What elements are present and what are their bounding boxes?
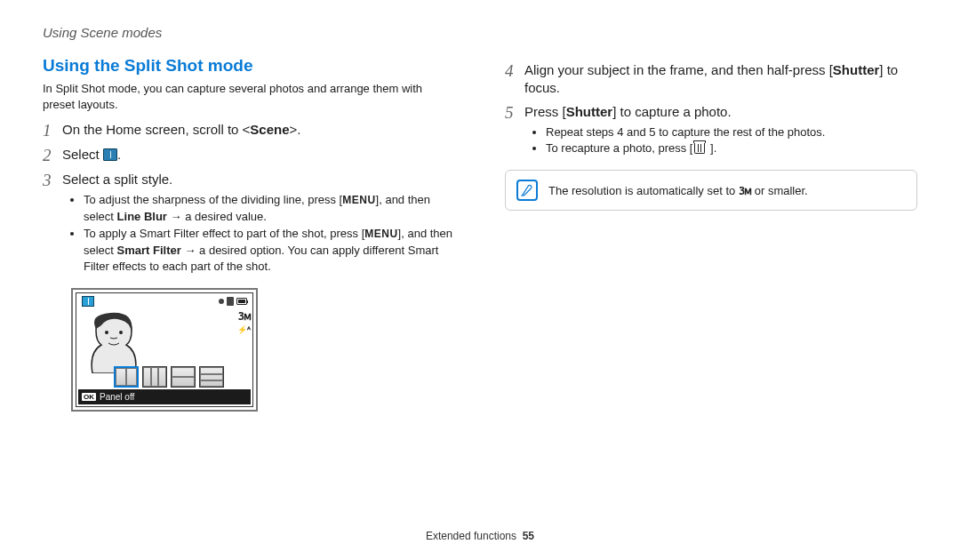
layout-2col[interactable] [114, 366, 139, 388]
text: To recapture a photo, press [ [546, 141, 692, 155]
note-text: The resolution is automatically set to 3… [548, 184, 808, 197]
camera-screen: 3ᴍ ⚡ᴬ OK Panel off [76, 292, 253, 407]
camera-info: 3ᴍ ⚡ᴬ [229, 308, 251, 375]
svg-point-1 [119, 331, 123, 334]
svg-point-0 [105, 331, 108, 334]
text: >. [290, 122, 301, 137]
ok-button-icon: OK [82, 393, 96, 401]
step-3: 3 Select a split style. [43, 171, 455, 190]
content-columns: Using the Split Shot mode In Split Shot … [43, 56, 917, 412]
text: Press [ [524, 104, 566, 119]
camera-statusbar [78, 295, 251, 308]
card-indicator-icon [227, 297, 234, 306]
right-column: 4 Align your subject in the frame, and t… [505, 56, 917, 412]
text: Select [62, 147, 100, 162]
camera-bottombar: OK Panel off [78, 389, 251, 404]
step-5-bullets: Repeat steps 4 and 5 to capture the rest… [535, 124, 917, 158]
step-number: 2 [43, 146, 62, 165]
layout-2row[interactable] [171, 366, 196, 388]
face-icon [84, 309, 146, 373]
step-text: Select a split style. [62, 171, 172, 188]
step-number: 3 [43, 171, 62, 190]
note-icon [516, 180, 538, 201]
battery-icon [236, 298, 247, 305]
arrow-icon: → [181, 244, 199, 257]
bullet: Repeat steps 4 and 5 to capture the rest… [546, 124, 917, 141]
smart-filter-bold: Smart Filter [117, 244, 181, 257]
arrow-icon: → [167, 210, 185, 223]
resolution-icon: 3ᴍ [739, 185, 751, 197]
step-1: 1 On the Home screen, scroll to <Scene>. [43, 121, 455, 140]
step-5: 5 Press [Shutter] to capture a photo. [505, 103, 917, 123]
menu-label: MENU [364, 228, 397, 240]
step-2: 2 Select . [43, 146, 455, 165]
status-indicators [219, 296, 247, 307]
note-box: The resolution is automatically set to 3… [505, 170, 917, 211]
layout-3col[interactable] [142, 366, 167, 388]
text: The resolution is automatically set to [548, 184, 739, 197]
camera-illustration: 3ᴍ ⚡ᴬ OK Panel off [71, 288, 258, 412]
menu-label: MENU [342, 194, 375, 206]
mode-indicator-icon [82, 296, 94, 307]
step-number: 1 [43, 121, 62, 140]
footer-section: Extended functions [426, 530, 516, 542]
step-text: Select . [62, 146, 121, 164]
face-area [78, 308, 229, 375]
line-blur-bold: Line Blur [117, 210, 167, 223]
step-text: Align your subject in the frame, and the… [524, 61, 917, 98]
step-3-bullets: To adjust the sharpness of the dividing … [73, 192, 455, 276]
text: or smaller. [751, 184, 808, 197]
resolution-icon: 3ᴍ [229, 309, 251, 324]
intro-text: In Split Shot mode, you can capture seve… [43, 81, 455, 112]
manual-page: Using Scene modes Using the Split Shot m… [0, 0, 960, 560]
text: ]. [707, 141, 716, 155]
text: a desired value. [185, 210, 267, 223]
step-text: Press [Shutter] to capture a photo. [524, 103, 732, 121]
text: On the Home screen, scroll to < [62, 122, 250, 137]
layout-3row[interactable] [199, 366, 224, 388]
flash-icon: ⚡ᴬ [229, 324, 251, 336]
left-column: Using the Split Shot mode In Split Shot … [43, 56, 455, 412]
bullet: To apply a Smart Filter effect to part o… [84, 226, 455, 276]
scene-bold: Scene [250, 122, 289, 137]
split-shot-icon [103, 148, 117, 161]
page-header: Using Scene modes [43, 25, 917, 40]
shutter-bold: Shutter [833, 62, 880, 77]
page-number: 55 [523, 530, 534, 542]
section-title: Using the Split Shot mode [43, 56, 455, 76]
step-text: On the Home screen, scroll to <Scene>. [62, 121, 300, 139]
text: To apply a Smart Filter effect to part o… [84, 227, 364, 240]
camera-preview: 3ᴍ ⚡ᴬ [78, 308, 251, 375]
step-number: 5 [505, 103, 524, 123]
trash-icon [694, 143, 705, 154]
step-4: 4 Align your subject in the frame, and t… [505, 61, 917, 98]
text: To adjust the sharpness of the dividing … [84, 193, 342, 206]
bullet: To recapture a photo, press [ ]. [546, 140, 917, 157]
text: Align your subject in the frame, and the… [524, 62, 833, 77]
page-footer: Extended functions 55 [0, 530, 960, 542]
bullet: To adjust the sharpness of the dividing … [84, 192, 455, 226]
text: . [117, 147, 121, 162]
indicator-icon [219, 299, 224, 304]
shutter-bold: Shutter [566, 104, 613, 119]
panel-off-label: Panel off [100, 392, 134, 402]
text: ] to capture a photo. [612, 104, 731, 119]
step-number: 4 [505, 61, 524, 81]
